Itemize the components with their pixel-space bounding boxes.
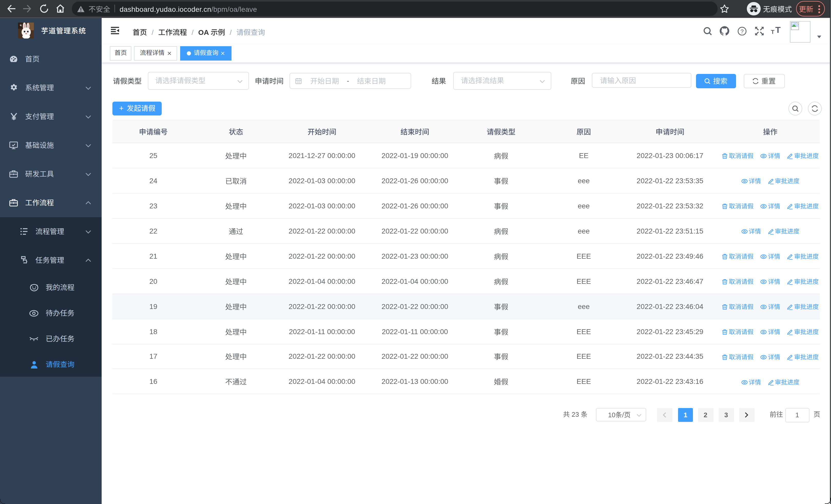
svg-text:?: ?: [740, 28, 744, 34]
